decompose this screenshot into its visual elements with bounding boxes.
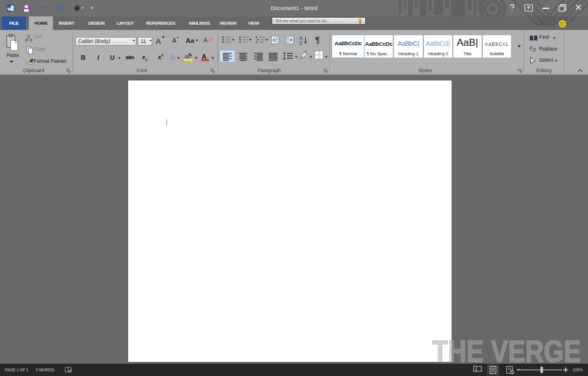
svg-text:A: A [172,37,176,44]
svg-text:U: U [110,54,115,61]
svg-text:¶: ¶ [315,35,320,45]
svg-text:Z: Z [299,40,302,46]
svg-text:2: 2 [162,53,164,57]
svg-text:2: 2 [146,58,148,62]
svg-text:B: B [81,54,86,61]
svg-text:A: A [202,53,206,60]
svg-text:A: A [156,37,161,46]
svg-text:A: A [170,53,175,62]
svg-text:A: A [203,37,208,43]
svg-text:a: a [529,45,532,51]
svg-text:THE VERGE: THE VERGE [432,335,581,364]
svg-text:I: I [98,54,100,61]
svg-text:Aa: Aa [186,37,195,44]
svg-text:w: w [7,6,12,12]
